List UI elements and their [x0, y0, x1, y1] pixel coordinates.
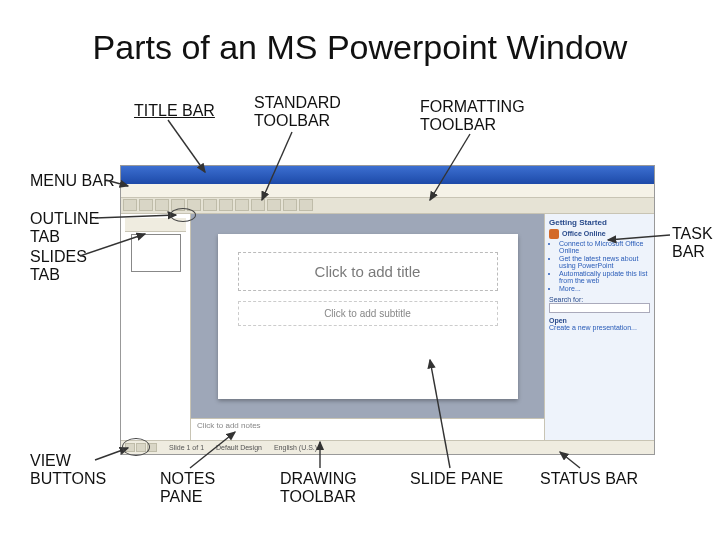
task-link[interactable]: More...: [559, 285, 650, 292]
view-buttons-group: [125, 443, 157, 452]
label-formatting-toolbar: FORMATTING TOOLBAR: [420, 98, 540, 135]
task-link[interactable]: Get the latest news about using PowerPoi…: [559, 255, 650, 269]
label-standard-toolbar-text: STANDARD TOOLBAR: [254, 94, 341, 129]
view-button[interactable]: [147, 443, 157, 452]
toolbar-button[interactable]: [267, 199, 281, 211]
toolbar-button[interactable]: [235, 199, 249, 211]
subtitle-placeholder[interactable]: Click to add subtitle: [238, 301, 498, 326]
ppt-status-bar: Slide 1 of 1 Default Design English (U.S…: [121, 440, 654, 454]
toolbar-button[interactable]: [203, 199, 217, 211]
toolbar-button[interactable]: [299, 199, 313, 211]
view-button[interactable]: [125, 443, 135, 452]
ppt-menu-bar: [121, 184, 654, 198]
label-standard-toolbar: STANDARD TOOLBAR: [254, 94, 354, 131]
ppt-outline-tabs[interactable]: [125, 218, 186, 232]
task-link[interactable]: Connect to Microsoft Office Online: [559, 240, 650, 254]
ppt-slide-pane: Click to add title Click to add subtitle: [191, 214, 544, 418]
label-title-bar: TITLE BAR: [134, 102, 215, 120]
office-icon: [549, 229, 559, 239]
label-view-buttons: VIEW BUTTONS: [30, 452, 110, 489]
ppt-notes-pane[interactable]: Click to add notes: [191, 418, 544, 440]
powerpoint-window: Click to add title Click to add subtitle…: [120, 165, 655, 455]
toolbar-button[interactable]: [283, 199, 297, 211]
editing-slide[interactable]: Click to add title Click to add subtitle: [218, 234, 518, 399]
slide-thumbnail[interactable]: [131, 234, 181, 272]
ppt-toolbar: [121, 198, 654, 214]
label-formatting-toolbar-text: FORMATTING TOOLBAR: [420, 98, 525, 133]
label-slides-tab: SLIDES TAB: [30, 248, 110, 285]
view-button[interactable]: [136, 443, 146, 452]
status-slide: Slide 1 of 1: [169, 444, 204, 451]
label-status-bar: STATUS BAR: [540, 470, 638, 488]
label-notes-pane: NOTES PANE: [160, 470, 230, 507]
toolbar-button[interactable]: [123, 199, 137, 211]
toolbar-button[interactable]: [155, 199, 169, 211]
toolbar-button[interactable]: [251, 199, 265, 211]
ppt-task-pane: Getting Started Office Online Connect to…: [544, 214, 654, 440]
task-search-input[interactable]: [549, 303, 650, 313]
ppt-title-bar: [121, 166, 654, 184]
title-placeholder[interactable]: Click to add title: [238, 252, 498, 291]
label-slide-pane: SLIDE PANE: [410, 470, 503, 488]
task-search-label: Search for:: [549, 296, 650, 303]
label-menu-bar: MENU BAR: [30, 172, 114, 190]
toolbar-button[interactable]: [171, 199, 185, 211]
toolbar-button[interactable]: [187, 199, 201, 211]
task-open-label: Open: [549, 317, 650, 324]
task-create-link[interactable]: Create a new presentation...: [549, 324, 650, 331]
toolbar-button[interactable]: [219, 199, 233, 211]
toolbar-button[interactable]: [139, 199, 153, 211]
task-pane-brand: Office Online: [549, 229, 650, 239]
slide-title: Parts of an MS Powerpoint Window: [0, 28, 720, 67]
status-layout: Default Design: [216, 444, 262, 451]
status-lang: English (U.S.): [274, 444, 317, 451]
ppt-outline-pane: [121, 214, 191, 440]
label-task-bar: TASK BAR: [672, 225, 720, 262]
label-outline-tab: OUTLINE TAB: [30, 210, 110, 247]
task-link[interactable]: Automatically update this list from the …: [559, 270, 650, 284]
label-drawing-toolbar: DRAWING TOOLBAR: [280, 470, 370, 507]
task-pane-header: Getting Started: [549, 218, 650, 227]
